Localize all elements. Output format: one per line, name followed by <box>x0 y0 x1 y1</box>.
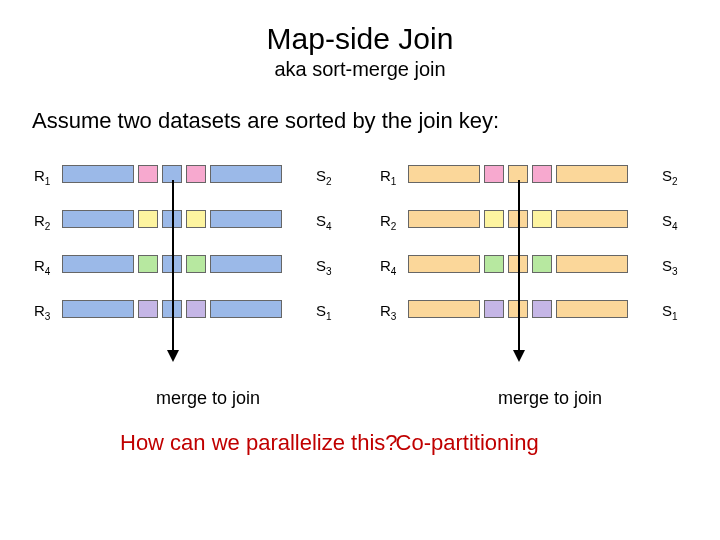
slide-subtitle: aka sort-merge join <box>0 58 720 81</box>
data-cell <box>210 165 282 183</box>
s-label: S3 <box>662 257 678 277</box>
r-label: R3 <box>380 302 396 322</box>
data-cell <box>556 165 628 183</box>
arrow-down-icon <box>518 180 520 360</box>
data-cell <box>408 210 480 228</box>
r-label: R1 <box>34 167 50 187</box>
data-cell <box>408 255 480 273</box>
data-cell <box>62 165 134 183</box>
data-cell <box>408 165 480 183</box>
data-cell <box>138 300 158 318</box>
data-cell <box>532 165 552 183</box>
r-label: R2 <box>34 212 50 232</box>
data-cell <box>210 210 282 228</box>
merge-label-left: merge to join <box>108 388 308 409</box>
r-label: R2 <box>380 212 396 232</box>
data-cell <box>138 165 158 183</box>
data-cell <box>556 255 628 273</box>
s-label: S1 <box>662 302 678 322</box>
data-cell <box>484 165 504 183</box>
data-cell <box>532 300 552 318</box>
data-cell <box>138 210 158 228</box>
data-cell <box>484 255 504 273</box>
s-label: S3 <box>316 257 332 277</box>
arrow-down-icon <box>172 180 174 360</box>
r-label: R1 <box>380 167 396 187</box>
r-label: R4 <box>380 257 396 277</box>
r-label: R4 <box>34 257 50 277</box>
data-cell <box>556 210 628 228</box>
s-label: S1 <box>316 302 332 322</box>
assume-text: Assume two datasets are sorted by the jo… <box>32 108 552 134</box>
s-label: S4 <box>662 212 678 232</box>
data-cell <box>484 300 504 318</box>
data-cell <box>186 210 206 228</box>
data-cell <box>138 255 158 273</box>
slide-title: Map-side Join <box>0 22 720 56</box>
question-text: How can we parallelize this?Co-partition… <box>120 430 539 456</box>
data-cell <box>532 210 552 228</box>
slide: Map-side Join aka sort-merge join Assume… <box>0 0 720 540</box>
merge-label-right: merge to join <box>450 388 650 409</box>
data-cell <box>186 300 206 318</box>
data-cell <box>408 300 480 318</box>
data-cell <box>186 165 206 183</box>
s-label: S4 <box>316 212 332 232</box>
s-label: S2 <box>316 167 332 187</box>
data-cell <box>532 255 552 273</box>
data-cell <box>62 255 134 273</box>
data-cell <box>210 255 282 273</box>
data-cell <box>62 300 134 318</box>
data-cell <box>484 210 504 228</box>
r-label: R3 <box>34 302 50 322</box>
data-cell <box>210 300 282 318</box>
s-label: S2 <box>662 167 678 187</box>
data-cell <box>186 255 206 273</box>
data-cell <box>556 300 628 318</box>
data-cell <box>62 210 134 228</box>
